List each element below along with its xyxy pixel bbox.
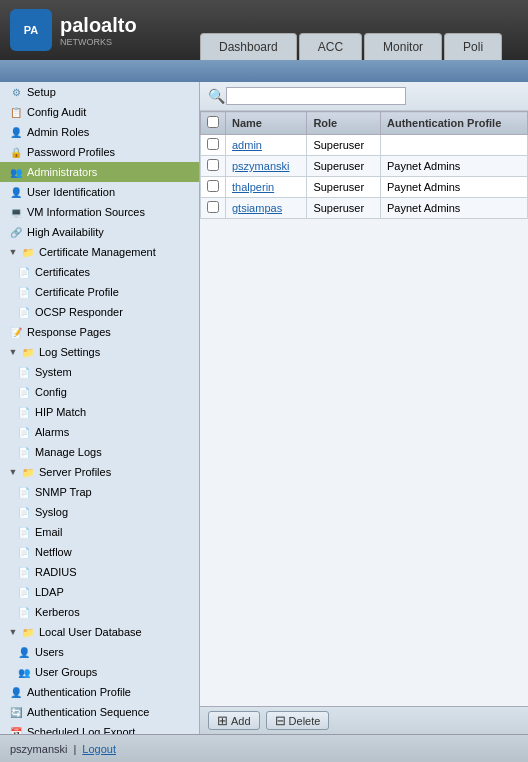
tab-monitor[interactable]: Monitor xyxy=(364,33,442,60)
sidebar-item-authentication-sequence[interactable]: 🔄 Authentication Sequence xyxy=(0,702,199,722)
table-row: pszymanski Superuser Paynet Admins xyxy=(201,156,528,177)
sidebar-item-label: VM Information Sources xyxy=(27,206,145,218)
sidebar-item-kerberos[interactable]: 📄 Kerberos xyxy=(0,602,199,622)
sidebar-item-ldap[interactable]: 📄 LDAP xyxy=(0,582,199,602)
footer-separator: | xyxy=(73,743,76,755)
certs-icon: 📄 xyxy=(16,264,32,280)
col-role: Role xyxy=(307,112,381,135)
sidebar-item-label: Config xyxy=(35,386,67,398)
row-checkbox[interactable] xyxy=(207,159,219,171)
sidebar-item-snmp-trap[interactable]: 📄 SNMP Trap xyxy=(0,482,199,502)
sidebar-item-label: System xyxy=(35,366,72,378)
snmp-icon: 📄 xyxy=(16,484,32,500)
delete-button[interactable]: ⊟ Delete xyxy=(266,711,330,730)
sidebar-item-radius[interactable]: 📄 RADIUS xyxy=(0,562,199,582)
sidebar-item-hip-match[interactable]: 📄 HIP Match xyxy=(0,402,199,422)
sidebar-item-label: Administrators xyxy=(27,166,97,178)
add-label: Add xyxy=(231,715,251,727)
sidebar-item-config[interactable]: 📄 Config xyxy=(0,382,199,402)
row-role: Superuser xyxy=(307,198,381,219)
sidebar-item-vm-info-sources[interactable]: 💻 VM Information Sources xyxy=(0,202,199,222)
sidebar-item-users[interactable]: 👤 Users xyxy=(0,642,199,662)
sidebar-item-label: Scheduled Log Export xyxy=(27,726,135,734)
ha-icon: 🔗 xyxy=(8,224,24,240)
sidebar-item-label: User Identification xyxy=(27,186,115,198)
log-settings-icon: 📁 xyxy=(20,344,36,360)
user-id-icon: 👤 xyxy=(8,184,24,200)
sidebar-item-label: Alarms xyxy=(35,426,69,438)
system-icon: 📄 xyxy=(16,364,32,380)
hip-match-icon: 📄 xyxy=(16,404,32,420)
sidebar-item-label: SNMP Trap xyxy=(35,486,92,498)
sidebar-item-certificates[interactable]: 📄 Certificates xyxy=(0,262,199,282)
row-name[interactable]: gtsiampas xyxy=(226,198,307,219)
row-checkbox[interactable] xyxy=(207,138,219,150)
cert-profile-icon: 📄 xyxy=(16,284,32,300)
sidebar-item-log-settings[interactable]: ▼ 📁 Log Settings xyxy=(0,342,199,362)
sidebar-item-system[interactable]: 📄 System xyxy=(0,362,199,382)
sidebar-item-certificate-management[interactable]: ▼ 📁 Certificate Management xyxy=(0,242,199,262)
sidebar-item-password-profiles[interactable]: 🔒 Password Profiles xyxy=(0,142,199,162)
sidebar-item-certificate-profile[interactable]: 📄 Certificate Profile xyxy=(0,282,199,302)
col-auth-profile: Authentication Profile xyxy=(381,112,528,135)
user-groups-icon: 👥 xyxy=(16,664,32,680)
sidebar-item-ocsp-responder[interactable]: 📄 OCSP Responder xyxy=(0,302,199,322)
administrators-icon: 👥 xyxy=(8,164,24,180)
sched-log-icon: 📅 xyxy=(8,724,24,734)
sidebar-item-local-user-database[interactable]: ▼ 📁 Local User Database xyxy=(0,622,199,642)
select-all-checkbox[interactable] xyxy=(207,116,219,128)
row-checkbox-cell xyxy=(201,177,226,198)
manage-logs-icon: 📄 xyxy=(16,444,32,460)
row-checkbox[interactable] xyxy=(207,201,219,213)
row-auth-profile xyxy=(381,135,528,156)
row-name[interactable]: pszymanski xyxy=(226,156,307,177)
sidebar-item-authentication-profile[interactable]: 👤 Authentication Profile xyxy=(0,682,199,702)
row-role: Superuser xyxy=(307,177,381,198)
logout-link[interactable]: Logout xyxy=(82,743,116,755)
gear-icon: ⚙ xyxy=(8,84,24,100)
sidebar-item-setup[interactable]: ⚙ Setup xyxy=(0,82,199,102)
bottom-toolbar: ⊞ Add ⊟ Delete xyxy=(200,706,528,734)
sidebar-item-user-identification[interactable]: 👤 User Identification xyxy=(0,182,199,202)
nav-tabs: Dashboard ACC Monitor Poli xyxy=(200,0,504,60)
sidebar-item-alarms[interactable]: 📄 Alarms xyxy=(0,422,199,442)
logo-icon: PA xyxy=(10,9,52,51)
sidebar-item-scheduled-log-export[interactable]: 📅 Scheduled Log Export xyxy=(0,722,199,734)
sidebar-item-server-profiles[interactable]: ▼ 📁 Server Profiles xyxy=(0,462,199,482)
sidebar-item-email[interactable]: 📄 Email xyxy=(0,522,199,542)
tab-poli[interactable]: Poli xyxy=(444,33,502,60)
tab-dashboard[interactable]: Dashboard xyxy=(200,33,297,60)
row-checkbox[interactable] xyxy=(207,180,219,192)
sidebar-item-response-pages[interactable]: 📝 Response Pages xyxy=(0,322,199,342)
sidebar-item-syslog[interactable]: 📄 Syslog xyxy=(0,502,199,522)
search-input[interactable] xyxy=(226,87,406,105)
sidebar-item-administrators[interactable]: 👥 Administrators xyxy=(0,162,199,182)
row-role: Superuser xyxy=(307,135,381,156)
administrators-table: Name Role Authentication Profile admin S… xyxy=(200,111,528,219)
sidebar-item-high-availability[interactable]: 🔗 High Availability xyxy=(0,222,199,242)
sidebar-item-label: Certificate Management xyxy=(39,246,156,258)
sidebar-item-label: High Availability xyxy=(27,226,104,238)
sidebar-item-user-groups[interactable]: 👥 User Groups xyxy=(0,662,199,682)
response-pages-icon: 📝 xyxy=(8,324,24,340)
sidebar-item-netflow[interactable]: 📄 Netflow xyxy=(0,542,199,562)
row-name[interactable]: thalperin xyxy=(226,177,307,198)
row-name[interactable]: admin xyxy=(226,135,307,156)
config-icon: 📄 xyxy=(16,384,32,400)
server-profiles-icon: 📁 xyxy=(20,464,36,480)
netflow-icon: 📄 xyxy=(16,544,32,560)
sidebar-item-manage-logs[interactable]: 📄 Manage Logs xyxy=(0,442,199,462)
sidebar-item-label: OCSP Responder xyxy=(35,306,123,318)
sidebar-item-label: Authentication Sequence xyxy=(27,706,149,718)
ldap-icon: 📄 xyxy=(16,584,32,600)
table-row: admin Superuser xyxy=(201,135,528,156)
arrow-icon: ▼ xyxy=(8,247,18,257)
tab-acc[interactable]: ACC xyxy=(299,33,362,60)
sidebar-item-admin-roles[interactable]: 👤 Admin Roles xyxy=(0,122,199,142)
sidebar-item-label: LDAP xyxy=(35,586,64,598)
add-button[interactable]: ⊞ Add xyxy=(208,711,260,730)
search-button[interactable]: 🔍 xyxy=(206,86,226,106)
row-checkbox-cell xyxy=(201,198,226,219)
sidebar-item-config-audit[interactable]: 📋 Config Audit xyxy=(0,102,199,122)
sidebar-item-label: Config Audit xyxy=(27,106,86,118)
